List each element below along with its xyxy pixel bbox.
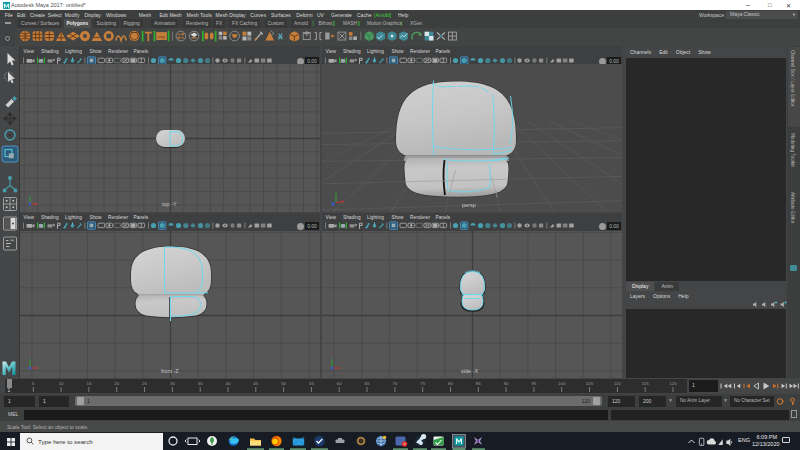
svg-text:60: 60: [337, 381, 342, 386]
svg-text:90: 90: [504, 381, 509, 386]
svg-text:top -Y: top -Y: [162, 201, 177, 207]
svg-text:105: 105: [586, 381, 594, 386]
svg-text:80: 80: [448, 381, 453, 386]
svg-text:persp: persp: [462, 202, 476, 208]
svg-text:20: 20: [114, 381, 119, 386]
svg-text:1: 1: [8, 387, 11, 393]
svg-text:5: 5: [32, 381, 35, 386]
svg-text:100: 100: [558, 381, 566, 386]
svg-text:115: 115: [642, 381, 650, 386]
svg-text:side -X: side -X: [461, 368, 478, 374]
svg-text:110: 110: [614, 381, 622, 386]
svg-text:40: 40: [226, 381, 231, 386]
svg-text:85: 85: [476, 381, 481, 386]
svg-text:65: 65: [365, 381, 370, 386]
svg-text:10: 10: [59, 381, 64, 386]
svg-text:35: 35: [198, 381, 203, 386]
svg-text:50: 50: [281, 381, 286, 386]
svg-text:70: 70: [392, 381, 397, 386]
svg-text:75: 75: [420, 381, 425, 386]
svg-text:front -Z: front -Z: [161, 368, 179, 374]
svg-text:55: 55: [309, 381, 314, 386]
svg-text:15: 15: [86, 381, 91, 386]
svg-text:45: 45: [253, 381, 258, 386]
svg-text:95: 95: [531, 381, 536, 386]
svg-text:120: 120: [669, 381, 677, 386]
svg-text:30: 30: [170, 381, 175, 386]
svg-text:25: 25: [142, 381, 147, 386]
svg-text:svg: svg: [158, 34, 165, 39]
